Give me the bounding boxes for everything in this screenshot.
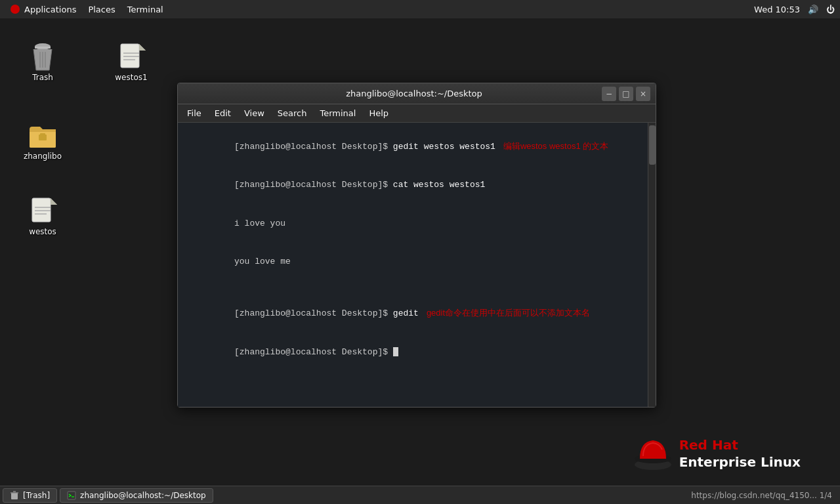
desktop: Trash westos1 zhanglibo [0, 18, 840, 504]
top-bar: Applications Places Terminal Wed 10:53 🔊… [0, 0, 840, 18]
terminal-menu-search[interactable]: Search [271, 106, 314, 120]
svg-rect-13 [32, 198, 51, 222]
terminal-titlebar: zhanglibo@localhost:~/Desktop − □ × [178, 83, 656, 104]
westos-file-icon [27, 196, 58, 227]
taskbar-trash-label: [Trash] [23, 491, 50, 500]
trash-label: Trash [32, 73, 53, 82]
output-1: i love you [234, 219, 285, 228]
places-menu[interactable]: Places [83, 3, 120, 16]
terminal-menubar: File Edit View Search Terminal Help [178, 104, 656, 123]
terminal-line-7: [zhanglibo@localhost Desktop]$ [183, 333, 642, 371]
taskbar-url: https://blog.csdn.net/qq_4150... 1/4 [691, 491, 832, 500]
prompt-2: [zhanglibo@localhost Desktop]$ [234, 180, 393, 190]
volume-icon[interactable]: 🔊 [808, 5, 818, 14]
prompt-3: [zhanglibo@localhost Desktop]$ [234, 308, 393, 318]
taskbar-terminal-label: zhanglibo@localhost:~/Desktop [80, 491, 206, 500]
svg-marker-7 [139, 44, 146, 51]
terminal-line-1: [zhanglibo@localhost Desktop]$ gedit wes… [183, 127, 642, 166]
terminal-title: zhanglibo@localhost:~/Desktop [226, 89, 602, 98]
applications-menu[interactable]: Applications [5, 3, 81, 16]
annotation-1: 编辑westos westos1 的文本 [503, 141, 608, 151]
terminal-menu-terminal[interactable]: Terminal [313, 106, 362, 120]
westos1-icon-container[interactable]: westos1 [105, 41, 158, 82]
zhanglibo-icon-container[interactable]: zhanglibo [16, 120, 69, 161]
terminal-line-5 [183, 281, 642, 294]
terminal-line-3: i love you [183, 204, 642, 243]
redhat-text: Red Hat Enterprise Linux [679, 436, 801, 471]
taskbar-trash[interactable]: [Trash] [3, 488, 57, 503]
terminal-line-4: you love me [183, 243, 642, 282]
terminal-cursor [393, 347, 398, 356]
terminal-menu-file[interactable]: File [180, 106, 208, 120]
terminal-menu-view[interactable]: View [238, 106, 271, 120]
prompt-4: [zhanglibo@localhost Desktop]$ [234, 347, 393, 357]
output-2: you love me [234, 257, 291, 266]
redhat-hat-svg [633, 435, 673, 471]
scrollbar-thumb[interactable] [649, 125, 656, 165]
terminal-body: [zhanglibo@localhost Desktop]$ gedit wes… [178, 123, 656, 407]
taskbar-trash-icon [10, 491, 19, 500]
prompt-1: [zhanglibo@localhost Desktop]$ [234, 142, 393, 152]
close-button[interactable]: × [636, 87, 650, 101]
svg-marker-15 [51, 198, 57, 205]
redhat-line1: Red Hat [679, 436, 801, 453]
svg-rect-5 [121, 44, 139, 68]
terminal-window: zhanglibo@localhost:~/Desktop − □ × File… [177, 83, 656, 408]
taskbar: [Trash] zhanglibo@localhost:~/Desktop ht… [0, 486, 840, 504]
trash-icon-container[interactable]: Trash [16, 41, 69, 82]
zhanglibo-label: zhanglibo [24, 152, 62, 161]
svg-rect-12 [40, 133, 45, 136]
terminal-label: Terminal [127, 5, 163, 14]
westos1-file-icon [116, 41, 147, 73]
redhat-logo: Red Hat Enterprise Linux [633, 435, 801, 471]
svg-rect-1 [35, 47, 51, 49]
top-bar-right: Wed 10:53 🔊 ⏻ [754, 5, 835, 14]
terminal-menu[interactable]: Terminal [122, 3, 169, 16]
cmd-3: gedit [393, 308, 419, 318]
cmd-1: gedit westos westos1 [393, 142, 495, 152]
redhat-line2: Enterprise Linux [679, 453, 801, 471]
svg-rect-21 [11, 493, 18, 499]
terminal-menu-edit[interactable]: Edit [208, 106, 238, 120]
titlebar-buttons: − □ × [602, 87, 650, 101]
top-bar-left: Applications Places Terminal [5, 3, 169, 16]
westos-label: westos [29, 227, 56, 236]
terminal-content[interactable]: [zhanglibo@localhost Desktop]$ gedit wes… [178, 123, 648, 407]
applications-label: Applications [24, 5, 76, 14]
annotation-2: gedit命令在使用中在后面可以不添加文本名 [427, 308, 590, 318]
terminal-scrollbar[interactable] [648, 123, 656, 407]
clock: Wed 10:53 [754, 5, 800, 14]
trash-icon [27, 41, 58, 73]
westos-icon-container[interactable]: westos [16, 196, 69, 236]
terminal-line-2: [zhanglibo@localhost Desktop]$ cat westo… [183, 166, 642, 205]
westos1-label: westos1 [115, 73, 147, 82]
terminal-line-6: [zhanglibo@localhost Desktop]$ geditgedi… [183, 294, 642, 333]
redhat-icon [10, 5, 20, 14]
maximize-button[interactable]: □ [619, 87, 633, 101]
taskbar-right: https://blog.csdn.net/qq_4150... 1/4 [691, 491, 837, 500]
taskbar-terminal-icon [67, 491, 76, 500]
places-label: Places [88, 5, 115, 14]
minimize-button[interactable]: − [602, 87, 616, 101]
taskbar-terminal[interactable]: zhanglibo@localhost:~/Desktop [60, 488, 213, 503]
power-icon[interactable]: ⏻ [826, 5, 835, 14]
terminal-menu-help[interactable]: Help [362, 106, 395, 120]
zhanglibo-folder-icon [27, 120, 58, 152]
cmd-2: cat westos westos1 [393, 180, 485, 190]
